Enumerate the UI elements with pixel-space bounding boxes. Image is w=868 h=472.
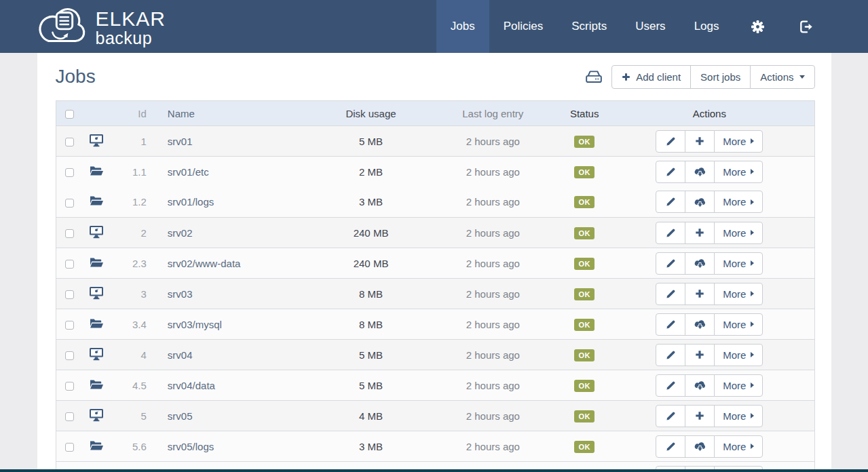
sort-jobs-button[interactable]: Sort jobs [690, 65, 751, 89]
more-button[interactable]: More [714, 252, 763, 275]
disk-usage-value: 8 MB [320, 279, 422, 309]
edit-button[interactable] [656, 252, 685, 275]
add-job-button[interactable] [685, 405, 715, 427]
desktop-client-icon [89, 347, 104, 361]
row-checkbox[interactable] [65, 290, 74, 299]
more-button[interactable]: More [714, 222, 763, 244]
row-checkbox[interactable] [65, 260, 74, 269]
row-checkbox[interactable] [65, 321, 74, 330]
status-badge: OK [574, 136, 595, 148]
add-job-button[interactable] [685, 283, 715, 305]
nav-item-policies[interactable]: Policies [489, 0, 558, 53]
row-checkbox[interactable] [65, 229, 74, 238]
actions-dropdown-button[interactable]: Actions [750, 65, 814, 89]
disk-usage-value: 240 MB [320, 218, 422, 248]
last-log-value: 2 hours ago [421, 370, 564, 401]
select-all-checkbox[interactable] [65, 110, 74, 119]
nav-item-users[interactable]: Users [621, 0, 679, 53]
hdd-icon [585, 69, 603, 85]
add-client-button[interactable]: Add client [611, 65, 691, 89]
more-button[interactable]: More [714, 405, 763, 427]
nav-item-logs[interactable]: Logs [680, 0, 734, 53]
header-name: Name [151, 101, 320, 126]
more-button[interactable]: More [714, 161, 763, 183]
last-log-value: 2 hours ago [421, 248, 564, 279]
edit-button[interactable] [656, 222, 685, 244]
row-actions-group: More [656, 252, 763, 275]
row-checkbox[interactable] [65, 412, 74, 421]
edit-button[interactable] [656, 344, 685, 366]
jobs-table: Id Name Disk usage Last log entry Status… [56, 100, 815, 472]
restore-button[interactable] [685, 313, 715, 336]
job-name: srv02/www-data [151, 248, 320, 279]
row-checkbox[interactable] [65, 351, 74, 360]
table-row: 1.1 srv01/etc 2 MB 2 hours ago OK More [56, 157, 814, 187]
pencil-icon [666, 319, 676, 330]
nav-item-jobs[interactable]: Jobs [436, 0, 489, 53]
edit-button[interactable] [656, 191, 685, 213]
disk-usage-value: 3 MB [320, 187, 422, 218]
more-button[interactable]: More [714, 344, 763, 366]
nav-item-scripts[interactable]: Scripts [557, 0, 621, 53]
more-button[interactable]: More [714, 313, 763, 336]
settings-nav-button[interactable] [734, 0, 782, 53]
plus-icon [695, 136, 704, 146]
restore-button[interactable] [685, 191, 715, 213]
folder-open-icon [90, 318, 103, 329]
pencil-icon [666, 289, 676, 299]
more-button[interactable]: More [714, 191, 763, 213]
row-actions-group: More [656, 344, 763, 366]
edit-button[interactable] [656, 313, 685, 336]
job-id: 4 [110, 340, 151, 370]
header-id: Id [110, 101, 151, 126]
job-id: 1 [110, 126, 151, 157]
more-button[interactable]: More [714, 283, 763, 305]
table-header-row: Id Name Disk usage Last log entry Status… [56, 101, 814, 126]
edit-button[interactable] [656, 283, 685, 305]
row-actions-group: More [656, 374, 763, 397]
edit-button[interactable] [656, 374, 685, 397]
row-checkbox[interactable] [65, 138, 74, 146]
more-button[interactable]: More [714, 374, 763, 397]
row-checkbox[interactable] [65, 199, 74, 208]
restore-button[interactable] [685, 161, 715, 183]
add-job-button[interactable] [685, 222, 715, 244]
header-actions: Actions [605, 101, 814, 126]
restore-button[interactable] [685, 252, 715, 275]
status-badge: OK [574, 349, 595, 361]
row-checkbox[interactable] [65, 168, 74, 177]
disk-usage-value: 3 MB [320, 431, 422, 462]
cloud-download-icon [694, 166, 706, 177]
row-actions-group: More [656, 313, 763, 336]
row-checkbox[interactable] [65, 443, 74, 452]
last-log-value: 2 hours ago [421, 187, 564, 218]
edit-button[interactable] [656, 130, 685, 153]
table-row: 4 srv04 5 MB 2 hours ago OK More [56, 340, 814, 370]
add-job-button[interactable] [685, 344, 715, 366]
status-badge: OK [574, 288, 595, 300]
desktop-client-icon [89, 225, 104, 239]
restore-button[interactable] [685, 435, 715, 458]
edit-button[interactable] [656, 161, 685, 183]
pencil-icon [666, 411, 676, 421]
edit-button[interactable] [656, 435, 685, 458]
job-id: 1.2 [110, 187, 151, 218]
job-id: 4.5 [110, 370, 151, 401]
plus-icon [695, 289, 704, 298]
row-checkbox[interactable] [65, 382, 74, 391]
status-badge: OK [574, 380, 595, 392]
pencil-icon [666, 136, 676, 146]
row-actions-group: More [656, 435, 763, 458]
brand-logo[interactable]: ELKAR backup [37, 0, 166, 53]
edit-button[interactable] [656, 405, 685, 427]
caret-right-icon [751, 444, 754, 449]
status-badge: OK [574, 196, 595, 208]
logout-nav-button[interactable] [782, 0, 831, 53]
more-button[interactable]: More [714, 130, 763, 153]
desktop-client-icon [89, 134, 104, 147]
more-button[interactable]: More [714, 435, 763, 458]
add-job-button[interactable] [685, 130, 715, 153]
restore-button[interactable] [685, 374, 715, 397]
status-badge: OK [574, 258, 595, 270]
toolbar: Add client Sort jobs Actions [585, 65, 814, 89]
